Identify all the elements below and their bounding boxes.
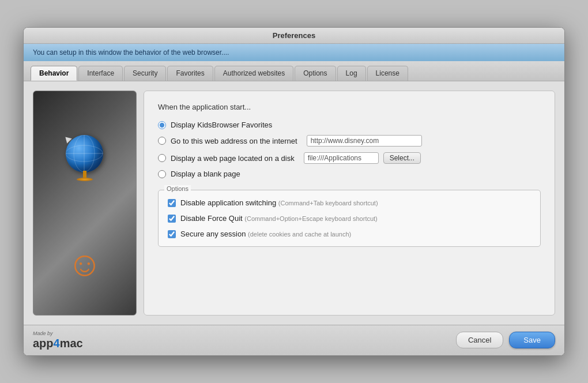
radio-item-disk: Display a web page located on a disk Sel… <box>158 152 541 164</box>
tab-license[interactable]: License <box>367 66 408 81</box>
cancel-button[interactable]: Cancel <box>456 332 503 348</box>
brand-name: app4mac <box>33 337 83 350</box>
character-figure: ☺ <box>67 247 102 281</box>
tab-security[interactable]: Security <box>124 66 166 81</box>
radio-favorites[interactable] <box>158 121 166 129</box>
radio-favorites-label: Display KidsBrowser Favorites <box>171 121 272 129</box>
file-path-input[interactable] <box>304 152 379 164</box>
sidebar-panel: ☺ <box>33 91 137 316</box>
section-title: When the application start... <box>158 103 541 111</box>
tab-authorized-websites[interactable]: Authorized websites <box>214 66 293 81</box>
checkbox-session-hint: (delete cookies and cache at launch) <box>248 231 351 238</box>
tab-interface[interactable]: Interface <box>78 66 123 81</box>
info-bar: You can setup in this window the behavio… <box>24 44 564 61</box>
checkbox-item-forcequit: Disable Force Quit (Command+Option+Escap… <box>168 214 531 223</box>
tab-options[interactable]: Options <box>295 66 336 81</box>
radio-blank-label: Display a blank page <box>171 170 240 178</box>
select-button[interactable]: Select... <box>383 152 421 164</box>
checkbox-item-session: Secure any session (delete cookies and c… <box>168 230 531 238</box>
brand-madeby: Made by <box>33 331 83 337</box>
footer: Made by app4mac Cancel Save <box>24 325 564 355</box>
titlebar: Preferences <box>24 28 564 44</box>
options-box: Options Disable application switching (C… <box>158 190 541 247</box>
radio-url-label: Go to this web address on the internet <box>171 137 297 145</box>
radio-blank[interactable] <box>158 170 166 178</box>
checkbox-group: Disable application switching (Command+T… <box>168 198 531 238</box>
tab-behavior[interactable]: Behavior <box>31 66 77 81</box>
checkbox-forcequit-hint: (Command+Option+Escape keyboard shortcut… <box>244 215 378 222</box>
checkbox-switching-label: Disable application switching (Command+T… <box>180 198 378 207</box>
checkbox-switching-hint: (Command+Tab keyboard shortcut) <box>278 200 378 206</box>
radio-item-blank: Display a blank page <box>158 170 541 178</box>
tab-log[interactable]: Log <box>337 66 366 81</box>
footer-buttons: Cancel Save <box>456 332 555 348</box>
startup-options: Display KidsBrowser Favorites Go to this… <box>158 121 541 178</box>
radio-url[interactable] <box>158 137 166 145</box>
radio-item-favorites: Display KidsBrowser Favorites <box>158 121 541 129</box>
behavior-panel: When the application start... Display Ki… <box>144 91 555 316</box>
url-input[interactable] <box>307 135 422 147</box>
checkbox-session-label: Secure any session (delete cookies and c… <box>180 230 351 238</box>
options-box-label: Options <box>164 185 191 192</box>
tab-favorites[interactable]: Favorites <box>167 66 213 81</box>
radio-item-url: Go to this web address on the internet <box>158 135 541 147</box>
checkbox-item-switching: Disable application switching (Command+T… <box>168 198 531 207</box>
radio-disk-label: Display a web page located on a disk <box>171 154 295 163</box>
checkbox-switching[interactable] <box>168 199 176 207</box>
window-title: Preferences <box>273 31 315 40</box>
tab-bar: Behavior Interface Security Favorites Au… <box>24 61 564 81</box>
brand: Made by app4mac <box>33 331 83 350</box>
radio-disk[interactable] <box>158 154 166 162</box>
save-button[interactable]: Save <box>509 332 555 348</box>
preferences-window: Preferences You can setup in this window… <box>23 27 565 356</box>
info-text: You can setup in this window the behavio… <box>33 48 229 57</box>
globe-illustration <box>62 135 108 181</box>
checkbox-forcequit[interactable] <box>168 215 176 223</box>
checkbox-forcequit-label: Disable Force Quit (Command+Option+Escap… <box>180 214 378 223</box>
checkbox-session[interactable] <box>168 230 176 238</box>
content-area: ☺ When the application start... Display … <box>24 81 564 325</box>
